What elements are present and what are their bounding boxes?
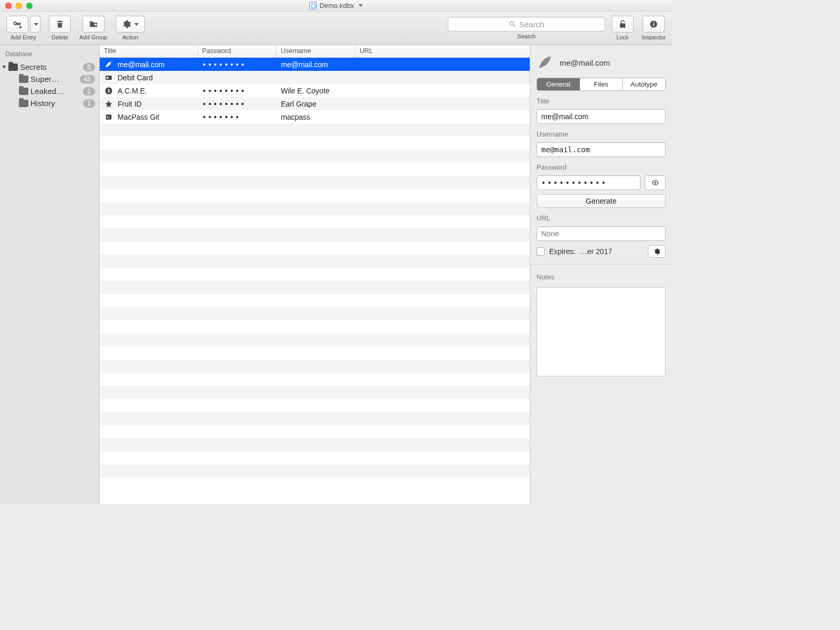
eye-icon — [650, 179, 660, 186]
empty-row — [100, 478, 530, 491]
add-group-button[interactable] — [82, 16, 104, 33]
inspector-label: Inspector — [642, 34, 666, 40]
empty-row — [100, 360, 530, 373]
add-entry-button[interactable] — [6, 16, 28, 33]
add-entry-dropdown[interactable] — [30, 16, 40, 33]
col-password[interactable]: Password — [198, 45, 277, 57]
trash-icon — [55, 19, 65, 29]
inspector-panel: me@mail.com General Files Autotype Title… — [530, 45, 672, 504]
toolbar: Add Entry Delete Add Group Action Search… — [0, 12, 672, 45]
inspector-button[interactable] — [643, 16, 665, 33]
document-icon — [309, 2, 317, 9]
cell-title: A.C.M.E. — [118, 87, 147, 95]
terminal-icon — [104, 112, 113, 122]
cell-title: Fruit ID — [118, 100, 142, 108]
tab-files[interactable]: Files — [580, 78, 623, 90]
empty-row — [100, 202, 530, 215]
empty-row — [100, 307, 530, 320]
sidebar-item-label: Leaked… — [30, 87, 81, 96]
username-field[interactable] — [537, 142, 666, 157]
search-label: Search — [517, 33, 536, 39]
expires-settings-button[interactable] — [648, 245, 666, 258]
sidebar-item-secrets[interactable]: Secrets 5 — [0, 61, 99, 73]
empty-row — [100, 163, 530, 176]
cell-password: •••••••• — [198, 87, 277, 95]
empty-row — [100, 425, 530, 438]
sidebar-item-leaked[interactable]: Leaked… 1 — [0, 85, 99, 97]
sidebar-item-count: 1 — [83, 87, 95, 96]
window-title[interactable]: Demo.kdbx — [0, 2, 672, 9]
disclosure-triangle-icon[interactable] — [2, 66, 6, 69]
notes-field[interactable] — [537, 287, 666, 376]
sidebar-item-label: History — [30, 99, 81, 108]
key-plus-icon — [12, 19, 23, 29]
empty-row — [100, 399, 530, 412]
empty-row — [100, 215, 530, 228]
col-username[interactable]: Username — [277, 45, 355, 57]
table-row[interactable]: $A.C.M.E.••••••••Wile E. Coyote — [100, 84, 530, 97]
col-title[interactable]: Title — [100, 45, 198, 57]
cell-title: MacPass Git — [118, 113, 159, 121]
sidebar-item-label: Secrets — [20, 62, 81, 71]
inspector-tabs: General Files Autotype — [537, 78, 666, 91]
reveal-password-button[interactable] — [645, 175, 666, 190]
cell-title: me@mail.com — [118, 60, 165, 69]
table-header: Title Password Username URL — [100, 45, 530, 58]
empty-row — [100, 136, 530, 150]
dollar-icon: $ — [104, 86, 113, 96]
empty-row — [100, 189, 530, 202]
search-input[interactable]: Search — [448, 17, 605, 32]
generate-button[interactable]: Generate — [537, 194, 666, 208]
svg-rect-1 — [95, 24, 96, 26]
empty-row — [100, 412, 530, 425]
gear-icon — [653, 248, 660, 255]
table-row[interactable]: MacPass Git•••••••macpass — [100, 110, 530, 123]
empty-row — [100, 176, 530, 189]
tab-autotype[interactable]: Autotype — [622, 78, 665, 90]
svg-rect-11 — [106, 114, 112, 119]
sidebar-item-history[interactable]: History 1 — [0, 97, 99, 109]
sidebar-item-super[interactable]: Super… 43 — [0, 73, 99, 85]
delete-label: Delete — [51, 34, 68, 40]
star-icon — [104, 99, 113, 109]
sidebar-item-count: 43 — [80, 75, 95, 83]
empty-row — [100, 268, 530, 281]
lock-open-icon — [618, 19, 627, 29]
empty-row — [100, 150, 530, 163]
delete-button[interactable] — [49, 16, 71, 33]
gear-icon — [122, 19, 131, 29]
svg-rect-6 — [654, 22, 655, 23]
svg-text:$: $ — [107, 88, 110, 93]
folder-icon — [19, 100, 28, 107]
cell-username: me@mail.com — [277, 60, 355, 69]
expires-value: …er 2017 — [580, 247, 612, 256]
password-field[interactable] — [537, 175, 640, 190]
empty-row — [100, 452, 530, 465]
table-row[interactable]: Fruit ID••••••••Earl Grape — [100, 97, 530, 110]
action-button[interactable] — [116, 16, 145, 33]
chevron-down-icon — [359, 4, 363, 7]
title-field[interactable] — [537, 109, 666, 124]
inspector-title: me@mail.com — [560, 58, 610, 67]
sidebar-item-count: 1 — [83, 99, 95, 108]
svg-rect-8 — [107, 77, 109, 79]
expires-checkbox[interactable] — [537, 247, 545, 256]
empty-row — [100, 386, 530, 399]
tab-general[interactable]: General — [537, 78, 580, 90]
svg-point-2 — [510, 22, 513, 25]
table-row[interactable]: Debit Card — [100, 71, 530, 84]
folder-icon — [8, 64, 18, 71]
table-row[interactable]: me@mail.com••••••••me@mail.com — [100, 58, 530, 71]
col-url[interactable]: URL — [355, 45, 530, 57]
info-icon — [649, 19, 658, 29]
svg-line-3 — [513, 25, 516, 27]
empty-row — [100, 228, 530, 242]
expires-label: Expires: — [549, 247, 576, 256]
chevron-down-icon — [134, 23, 139, 26]
lock-button[interactable] — [612, 16, 634, 33]
empty-row — [100, 281, 530, 294]
folder-icon — [19, 88, 28, 95]
search-icon — [509, 20, 516, 28]
url-field[interactable] — [537, 226, 666, 241]
chevron-down-icon — [34, 23, 38, 26]
